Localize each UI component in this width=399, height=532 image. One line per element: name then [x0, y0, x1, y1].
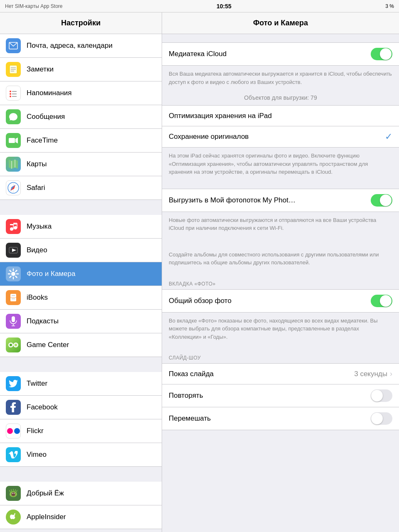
- photostream-row: Выгрузить в Мой фотопоток My Phot…: [162, 189, 399, 212]
- sidebar-item-gamecenter[interactable]: Game Center: [0, 333, 162, 357]
- photostream-label: Выгрузить в Мой фотопоток My Phot…: [169, 196, 296, 204]
- appleinsider-icon: [6, 510, 21, 525]
- header-settings-title: Настройки: [0, 12, 162, 34]
- svg-point-54: [12, 493, 13, 494]
- svg-marker-31: [12, 249, 16, 252]
- sidebar-label-messages: Сообщения: [27, 113, 65, 121]
- flickr-dot-blue: [14, 428, 20, 434]
- status-left: Нет SIM-карты App Store: [5, 3, 63, 9]
- header: Настройки Фото и Камера: [0, 12, 399, 34]
- sidebar-item-messages[interactable]: Сообщения: [0, 105, 162, 129]
- sidebar-item-appleinsider[interactable]: AppleInsider: [0, 505, 162, 529]
- sidebar-label-music: Музыка: [27, 222, 52, 231]
- photo-summary-group: Общий обзор фото: [162, 289, 399, 313]
- facebook-icon: [6, 400, 21, 415]
- sidebar-gap-3: [0, 467, 162, 482]
- svg-point-9: [10, 96, 11, 97]
- sidebar-item-twitter[interactable]: Twitter: [0, 372, 162, 396]
- shuffle-row: Перемешать: [162, 407, 399, 430]
- sidebar-gap-2: [0, 357, 162, 372]
- sidebar-label-reminders: Напоминания: [27, 89, 72, 97]
- repeat-label: Повторять: [169, 392, 203, 400]
- photo-summary-toggle[interactable]: [371, 295, 392, 307]
- svg-point-22: [10, 227, 13, 231]
- save-originals-row[interactable]: Сохранение оригиналов ✓: [162, 126, 399, 147]
- sidebar-item-notes[interactable]: Заметки: [0, 58, 162, 81]
- shuffle-toggle-knob: [371, 413, 383, 424]
- svg-line-57: [10, 490, 10, 492]
- sidebar-item-mail[interactable]: Почта, адреса, календари: [0, 34, 162, 58]
- upload-count: Объектов для выгрузки: 79: [162, 92, 399, 105]
- icloud-library-toggle[interactable]: [371, 48, 392, 60]
- sidebar-item-facetime[interactable]: FaceTime: [0, 129, 162, 153]
- sidebar-item-reminders[interactable]: Напоминания: [0, 81, 162, 105]
- photostream-toggle-knob: [380, 195, 392, 206]
- slide-duration-right: 3 секунды ›: [354, 369, 392, 378]
- sidebar-label-vimeo: Vimeo: [27, 451, 47, 459]
- sidebar: Почта, адреса, календари Заметки: [0, 34, 162, 532]
- icloud-library-row: Медиатека iCloud: [162, 43, 399, 65]
- sidebar-item-safari[interactable]: Safari: [0, 176, 162, 200]
- repeat-toggle-knob: [371, 390, 383, 401]
- photostream-group: Выгрузить в Мой фотопоток My Phot…: [162, 189, 399, 212]
- svg-line-38: [16, 276, 17, 278]
- sidebar-label-ibooks: iBooks: [27, 293, 48, 302]
- sidebar-item-dobriy[interactable]: Добрый Ёж: [0, 482, 162, 505]
- sidebar-label-facetime: FaceTime: [27, 136, 58, 145]
- sidebar-label-podcasts: Подкасты: [27, 317, 59, 325]
- repeat-row: Повторять: [162, 384, 399, 407]
- svg-point-32: [11, 272, 15, 276]
- sidebar-item-vimeo[interactable]: Vimeo: [0, 443, 162, 467]
- shuffle-toggle[interactable]: [371, 412, 392, 425]
- svg-point-51: [15, 344, 17, 346]
- dobriy-icon: [6, 486, 21, 501]
- svg-line-39: [16, 271, 17, 272]
- flickr-dot-pink: [7, 428, 13, 434]
- svg-line-58: [11, 490, 12, 491]
- sidebar-item-videos[interactable]: Видео: [0, 239, 162, 262]
- bottom-spacer: [162, 430, 399, 443]
- sidebar-item-ibooks[interactable]: iBooks: [0, 286, 162, 310]
- photostream-desc: Новые фото автоматически выгружаются и о…: [162, 212, 399, 238]
- sidebar-label-dobriy: Добрый Ёж: [27, 489, 64, 498]
- status-time: 10:55: [217, 3, 232, 10]
- mail-icon: [6, 38, 21, 53]
- photos-icon: [6, 266, 21, 281]
- main-container: Почта, адреса, календари Заметки: [0, 34, 399, 532]
- sidebar-item-music[interactable]: Музыка: [0, 215, 162, 239]
- icloud-library-desc: Вся Ваша медиатека автоматически выгружа…: [162, 66, 399, 92]
- photostream-toggle[interactable]: [371, 194, 392, 207]
- icloud-library-label: Медиатека iCloud: [169, 50, 227, 58]
- ibooks-icon: [6, 290, 21, 305]
- sidebar-label-maps: Карты: [27, 160, 47, 168]
- sidebar-item-flickr[interactable]: Flickr: [0, 419, 162, 443]
- slide-duration-value: 3 секунды: [354, 370, 387, 378]
- sidebar-gap-1: [0, 200, 162, 215]
- svg-line-40: [10, 276, 11, 278]
- photo-tab-header: ВКЛАДКА «ФОТО»: [162, 273, 399, 289]
- podcasts-icon: [6, 314, 21, 329]
- sidebar-item-podcasts[interactable]: Подкасты: [0, 310, 162, 333]
- vimeo-icon: [6, 447, 21, 462]
- right-panel: Медиатека iCloud Вся Ваша медиатека авто…: [162, 34, 399, 532]
- photo-summary-desc: Во вкладке «Фото» показаны все фото, нах…: [162, 313, 399, 347]
- sidebar-label-videos: Видео: [27, 246, 47, 254]
- svg-point-23: [14, 226, 17, 229]
- svg-point-5: [10, 91, 11, 92]
- photo-summary-label: Общий обзор фото: [169, 297, 232, 305]
- sidebar-item-photos[interactable]: Фото и Камера: [0, 262, 162, 286]
- svg-line-61: [16, 490, 17, 492]
- storage-desc: На этом iPad сейчас хранятся оригиналы ф…: [162, 148, 399, 182]
- messages-icon: [6, 109, 21, 124]
- svg-line-60: [15, 490, 15, 491]
- sidebar-label-flickr: Flickr: [27, 427, 44, 435]
- right-panel-top-spacer: [162, 34, 399, 42]
- optimize-row[interactable]: Оптимизация хранения на iPad: [162, 106, 399, 126]
- sidebar-item-maps[interactable]: Карты: [0, 153, 162, 176]
- photo-summary-row: Общий обзор фото: [162, 290, 399, 312]
- header-detail-title: Фото и Камера: [162, 12, 399, 34]
- repeat-toggle[interactable]: [371, 389, 392, 402]
- sidebar-item-facebook[interactable]: Facebook: [0, 396, 162, 419]
- slideshow-group: Показ слайда 3 секунды › Повторять Перем…: [162, 363, 399, 430]
- slide-duration-row[interactable]: Показ слайда 3 секунды ›: [162, 364, 399, 384]
